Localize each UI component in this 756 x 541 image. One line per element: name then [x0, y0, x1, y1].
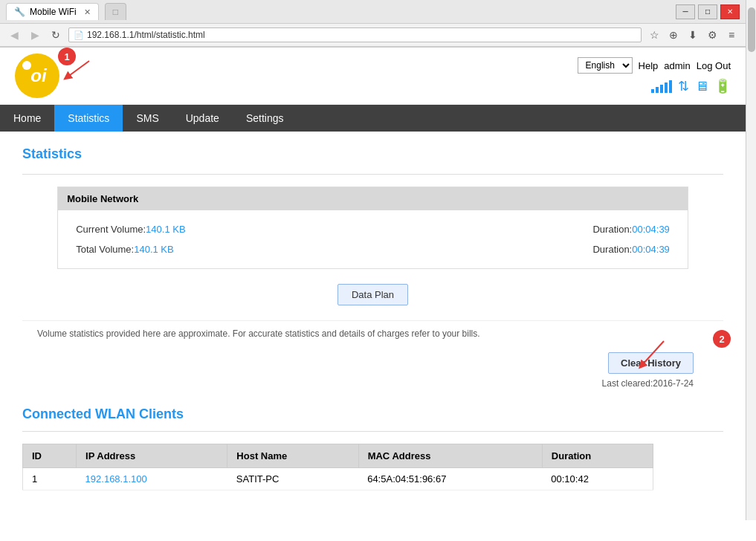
header-top-controls: English Help admin Log Out: [578, 57, 731, 74]
mobile-network-body: Current Volume:140.1 KB Duration:00:04:3…: [58, 210, 688, 268]
notice-text: Volume statistics provided here are appr…: [22, 320, 723, 342]
header-right: English Help admin Log Out: [578, 57, 731, 94]
bar2: [656, 87, 659, 93]
data-transfer-icon: ⇅: [678, 78, 689, 94]
language-select[interactable]: English: [578, 57, 633, 74]
current-volume-row: Current Volume:140.1 KB Duration:00:04:3…: [67, 219, 679, 239]
extensions-icon[interactable]: ⊕: [665, 27, 682, 43]
col-ip: IP Address: [77, 444, 227, 468]
col-host: Host Name: [227, 444, 358, 468]
logout-link[interactable]: Log Out: [697, 60, 731, 71]
tab-close-button[interactable]: ✕: [84, 7, 91, 17]
clients-header-row: ID IP Address Host Name MAC Address Dura…: [23, 444, 653, 468]
logo-area: oi 1: [15, 54, 59, 98]
status-icons: ⇅ 🖥 🔋: [651, 78, 731, 94]
page-header: oi 1: [0, 48, 746, 105]
nav-home[interactable]: Home: [0, 105, 54, 132]
bar4: [665, 82, 668, 93]
bar5: [669, 80, 672, 93]
browser-title-bar: 🔧 Mobile WiFi ✕ □ ─ □ ✕: [0, 0, 746, 24]
maximize-button[interactable]: □: [698, 4, 717, 19]
annotation-arrow-2: [619, 337, 679, 375]
close-window-button[interactable]: ✕: [720, 4, 740, 19]
bar1: [651, 89, 654, 93]
col-id: ID: [23, 444, 77, 468]
signal-strength-icon: [651, 80, 672, 93]
section-divider: [22, 174, 723, 175]
mobile-network-header: Mobile Network: [58, 187, 688, 210]
nav-icons-area: ☆ ⊕ ⬇ ⚙ ≡: [646, 27, 740, 43]
nav-sms[interactable]: SMS: [123, 105, 172, 132]
cell-ip: 192.168.1.100: [77, 468, 227, 490]
cell-host: SATIT-PC: [227, 468, 358, 490]
total-volume-row: Total Volume:140.1 KB Duration:00:04:39: [67, 239, 679, 259]
admin-link[interactable]: admin: [664, 60, 690, 71]
back-button[interactable]: ◀: [6, 27, 22, 43]
mobile-network-table: Mobile Network Current Volume:140.1 KB D…: [57, 187, 688, 269]
annotation-arrow-1: [52, 54, 112, 91]
scrollbar-thumb[interactable]: [748, 7, 755, 52]
main-content: Statistics Mobile Network Current Volume…: [0, 132, 746, 505]
bar3: [660, 85, 663, 93]
download-icon[interactable]: ⬇: [685, 27, 701, 43]
clients-table-head: ID IP Address Host Name MAC Address Dura…: [23, 444, 653, 468]
logo-dot: [22, 61, 31, 70]
last-cleared-text: Last cleared:2016-7-24: [602, 378, 694, 389]
statistics-title: Statistics: [22, 146, 723, 162]
svg-line-3: [642, 341, 664, 366]
tab-title: Mobile WiFi: [30, 7, 77, 17]
minimize-button[interactable]: ─: [676, 4, 695, 19]
new-tab[interactable]: □: [105, 3, 126, 20]
address-bar[interactable]: 📄 192.168.1.1/html/statistic.html: [68, 27, 642, 42]
total-volume-label: Total Volume:140.1 KB: [76, 244, 174, 255]
col-mac: MAC Address: [358, 444, 542, 468]
annotation-circle-2: 2: [713, 330, 731, 348]
data-plan-area: Data Plan: [22, 284, 723, 305]
current-duration-value: Duration:00:04:39: [592, 224, 669, 235]
cell-id: 1: [23, 468, 77, 490]
new-tab-label: □: [113, 7, 118, 17]
menu-icon[interactable]: ≡: [723, 27, 740, 43]
forward-button[interactable]: ▶: [27, 27, 43, 43]
svg-line-1: [67, 61, 89, 77]
logo-text: oi: [30, 65, 46, 86]
cell-mac: 64:5A:04:51:96:67: [358, 468, 542, 490]
battery-icon: 🔋: [714, 78, 731, 94]
main-nav: Home Statistics SMS Update Settings: [0, 105, 746, 132]
active-tab[interactable]: 🔧 Mobile WiFi ✕: [6, 3, 99, 20]
page-main: 🔧 Mobile WiFi ✕ □ ─ □ ✕ ◀ ▶ ↻: [0, 0, 746, 520]
settings-icon[interactable]: ⚙: [704, 27, 720, 43]
browser-chrome: 🔧 Mobile WiFi ✕ □ ─ □ ✕ ◀ ▶ ↻: [0, 0, 746, 48]
page-outer: 🔧 Mobile WiFi ✕ □ ─ □ ✕ ◀ ▶ ↻: [0, 0, 756, 520]
wlan-clients-title: Connected WLAN Clients: [22, 406, 723, 422]
screen-icon: 🖥: [695, 79, 708, 94]
current-volume-label: Current Volume:140.1 KB: [76, 224, 185, 235]
nav-settings[interactable]: Settings: [233, 105, 297, 132]
clear-history-area: 2 Clear History Last cleared:2016-7-24: [22, 352, 723, 389]
total-duration-value: Duration:00:04:39: [592, 244, 669, 255]
address-text: 192.168.1.1/html/statistic.html: [87, 30, 636, 40]
cell-duration: 00:10:42: [542, 468, 653, 490]
annotation-2-wrapper: 2: [713, 330, 731, 348]
nav-statistics[interactable]: Statistics: [54, 105, 123, 132]
data-plan-button[interactable]: Data Plan: [337, 284, 408, 305]
help-link[interactable]: Help: [639, 60, 659, 71]
browser-nav-bar: ◀ ▶ ↻ 📄 192.168.1.1/html/statistic.html …: [0, 24, 746, 47]
address-lock-icon: 📄: [74, 30, 84, 40]
clients-table-body: 1 192.168.1.100 SATIT-PC 64:5A:04:51:96:…: [23, 468, 653, 490]
page-wrapper: oi 1: [0, 48, 746, 520]
star-icon[interactable]: ☆: [646, 27, 662, 43]
col-duration: Duration: [542, 444, 653, 468]
clients-table: ID IP Address Host Name MAC Address Dura…: [22, 444, 653, 490]
table-row: 1 192.168.1.100 SATIT-PC 64:5A:04:51:96:…: [23, 468, 653, 490]
scrollbar-track[interactable]: [746, 0, 756, 520]
wlan-divider: [22, 431, 723, 432]
tab-favicon: 🔧: [14, 7, 25, 17]
nav-update[interactable]: Update: [172, 105, 233, 132]
refresh-button[interactable]: ↻: [48, 27, 64, 43]
